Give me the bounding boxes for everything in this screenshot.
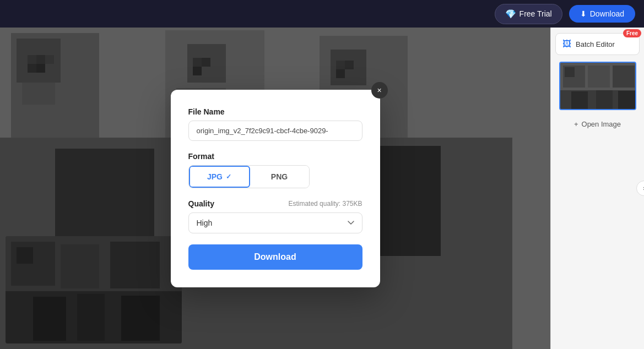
open-image-button[interactable]: + Open Image — [555, 117, 640, 132]
jpg-label: JPG — [207, 172, 223, 181]
quality-row: Quality Estimated quality: 375KB — [188, 199, 362, 208]
sidebar: 🖼 Batch Editor Free + — [550, 28, 644, 349]
file-name-label: File Name — [188, 107, 362, 116]
batch-icon: 🖼 — [562, 39, 571, 49]
canvas-area: × File Name Format JPG ✓ PNG — [0, 28, 550, 349]
estimated-quality: Estimated quality: 375KB — [288, 200, 362, 208]
free-trial-button[interactable]: 💎 Free Trial — [495, 4, 562, 24]
open-image-label: Open Image — [582, 120, 621, 128]
download-icon: ⬇ — [580, 9, 587, 18]
topbar: 💎 Free Trial ⬇ Download — [0, 0, 644, 28]
svg-rect-38 — [613, 66, 635, 88]
svg-rect-36 — [565, 67, 575, 77]
modal-overlay: × File Name Format JPG ✓ PNG — [0, 28, 550, 349]
top-download-button[interactable]: ⬇ Download — [569, 5, 635, 23]
diamond-icon: 💎 — [505, 9, 516, 19]
png-label: PNG — [271, 172, 288, 181]
svg-rect-37 — [588, 66, 610, 88]
sidebar-thumbnail[interactable] — [559, 62, 636, 110]
modal-close-button[interactable]: × — [371, 82, 388, 99]
modal-download-label: Download — [254, 252, 296, 261]
free-trial-label: Free Trial — [519, 9, 552, 18]
jpg-format-button[interactable]: JPG ✓ — [189, 166, 250, 188]
quality-select[interactable]: High Low Medium Lossless — [188, 212, 362, 233]
top-download-label: Download — [590, 9, 624, 18]
format-label: Format — [188, 152, 362, 161]
svg-rect-42 — [618, 91, 635, 109]
download-modal: × File Name Format JPG ✓ PNG — [171, 90, 380, 287]
sidebar-arrow-button[interactable]: › — [636, 181, 644, 196]
batch-editor-label: Batch Editor — [576, 40, 615, 48]
modal-download-button[interactable]: Download — [188, 244, 362, 270]
quality-label: Quality — [188, 199, 214, 208]
png-format-button[interactable]: PNG — [250, 166, 309, 188]
plus-icon: + — [574, 120, 578, 128]
svg-rect-41 — [596, 90, 613, 109]
sidebar-thumbnail-inner — [560, 63, 635, 109]
batch-editor-button[interactable]: 🖼 Batch Editor Free — [555, 33, 640, 55]
check-icon: ✓ — [226, 173, 231, 181]
free-badge: Free — [623, 29, 641, 37]
main-layout: × File Name Format JPG ✓ PNG — [0, 28, 644, 349]
svg-rect-40 — [571, 91, 588, 109]
close-icon: × — [377, 86, 381, 95]
format-group: JPG ✓ PNG — [188, 165, 310, 188]
file-name-input[interactable] — [188, 121, 362, 141]
